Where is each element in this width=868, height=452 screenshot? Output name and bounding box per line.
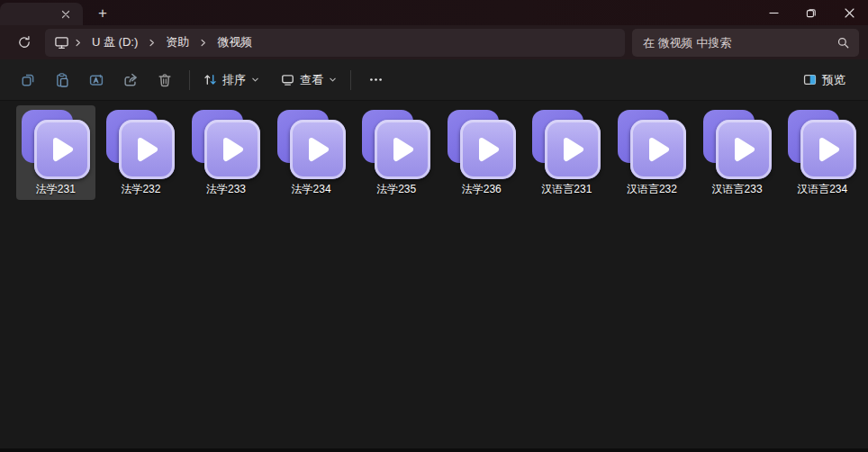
video-file-icon (191, 108, 261, 182)
icon-front-square (460, 120, 516, 179)
breadcrumb-segment[interactable]: 微视频 (212, 32, 258, 53)
icon-front-square (800, 120, 856, 179)
file-name-label: 汉语言231 (541, 183, 592, 195)
paste-icon (54, 72, 70, 88)
minimize-icon (769, 8, 779, 18)
file-grid[interactable]: 法学231法学232法学233法学234法学235法学236汉语言231汉语言2… (0, 101, 868, 452)
video-file-icon (361, 108, 431, 182)
share-button[interactable] (113, 65, 148, 95)
toolbar-separator (350, 70, 351, 90)
refresh-button[interactable] (11, 29, 38, 56)
search-input[interactable] (643, 36, 836, 50)
video-file-icon (276, 108, 347, 182)
tab-close-button[interactable] (58, 6, 74, 23)
breadcrumb-segment[interactable]: U 盘 (D:) (86, 32, 143, 53)
restore-button[interactable] (792, 0, 830, 25)
play-icon (645, 135, 672, 164)
file-tile[interactable]: 法学233 (186, 105, 266, 200)
icon-front-square (119, 120, 175, 179)
view-icon (280, 72, 295, 87)
command-toolbar: 排序 查看 (0, 59, 868, 101)
video-file-icon (21, 108, 91, 182)
preview-pane-icon (802, 72, 818, 87)
breadcrumb-chevron-icon (73, 38, 83, 48)
play-icon (730, 135, 757, 164)
file-tile[interactable]: 汉语言233 (698, 105, 777, 200)
chevron-down-icon (250, 75, 260, 85)
more-options-button[interactable] (358, 65, 393, 95)
preview-label: 预览 (822, 72, 845, 88)
breadcrumb[interactable]: U 盘 (D:)资助微视频 (45, 29, 625, 57)
close-window-button[interactable] (830, 0, 868, 25)
icon-front-square (545, 120, 601, 179)
sort-icon (203, 72, 218, 87)
file-name-label: 法学232 (121, 183, 160, 195)
search-box (632, 29, 859, 57)
rename-icon (88, 72, 104, 88)
file-tile[interactable]: 法学234 (272, 105, 351, 200)
close-icon (61, 10, 70, 19)
file-tile[interactable]: 法学232 (102, 105, 181, 200)
file-tile[interactable]: 法学231 (16, 105, 95, 200)
preview-button[interactable]: 预览 (797, 65, 855, 95)
play-icon (559, 135, 586, 164)
file-name-label: 法学234 (292, 183, 331, 195)
file-name-label: 法学236 (462, 183, 502, 195)
more-ellipsis-icon (368, 72, 384, 87)
file-name-label: 法学231 (36, 183, 76, 195)
file-tile[interactable]: 汉语言231 (528, 105, 607, 200)
share-icon (122, 72, 139, 88)
video-file-icon (617, 108, 687, 182)
play-icon (49, 135, 76, 164)
file-tile[interactable]: 法学235 (357, 105, 436, 200)
file-name-label: 法学233 (206, 183, 246, 195)
file-name-label: 汉语言232 (627, 183, 677, 195)
icon-front-square (630, 120, 686, 179)
icon-front-square (375, 120, 430, 179)
video-file-icon (702, 108, 773, 182)
minimize-button[interactable] (755, 0, 792, 25)
file-tile[interactable]: 汉语言234 (782, 105, 862, 200)
icon-front-square (34, 120, 90, 179)
play-icon (219, 135, 246, 164)
breadcrumb-segment[interactable]: 资助 (160, 32, 194, 53)
rename-button[interactable] (79, 65, 113, 95)
copy-button[interactable] (11, 65, 45, 95)
play-icon (815, 135, 842, 164)
file-tile[interactable]: 汉语言232 (612, 105, 692, 200)
file-name-label: 汉语言233 (712, 183, 763, 195)
explorer-tab[interactable] (0, 3, 83, 25)
copy-icon (20, 72, 36, 88)
file-explorer-window: + (0, 0, 868, 452)
breadcrumb-chevron-icon (147, 38, 157, 48)
icon-front-square (290, 120, 346, 179)
video-file-icon (105, 108, 176, 182)
trash-icon (157, 72, 173, 88)
window-controls (755, 0, 868, 25)
search-icon (836, 36, 850, 50)
restore-icon (806, 7, 817, 18)
play-icon (389, 135, 416, 164)
paste-button[interactable] (45, 65, 79, 95)
this-pc-monitor-icon[interactable] (54, 35, 69, 50)
icon-front-square (204, 120, 260, 179)
sort-button[interactable]: 排序 (197, 65, 266, 95)
tab-bar: + (0, 0, 868, 25)
video-file-icon (787, 108, 857, 182)
chevron-down-icon (328, 75, 338, 85)
play-icon (304, 135, 331, 164)
file-name-label: 汉语言234 (797, 183, 847, 195)
close-icon (845, 8, 854, 18)
video-file-icon (447, 108, 517, 182)
view-label: 查看 (300, 72, 323, 88)
play-icon (475, 135, 502, 164)
address-bar-row: U 盘 (D:)资助微视频 (0, 25, 868, 59)
delete-button[interactable] (148, 65, 182, 95)
file-tile[interactable]: 法学236 (442, 105, 521, 200)
refresh-icon (17, 35, 32, 50)
new-tab-button[interactable]: + (92, 4, 113, 23)
view-button[interactable]: 查看 (275, 65, 343, 95)
icon-front-square (716, 120, 772, 179)
toolbar-separator (189, 70, 190, 90)
breadcrumb-chevron-icon (198, 38, 208, 48)
